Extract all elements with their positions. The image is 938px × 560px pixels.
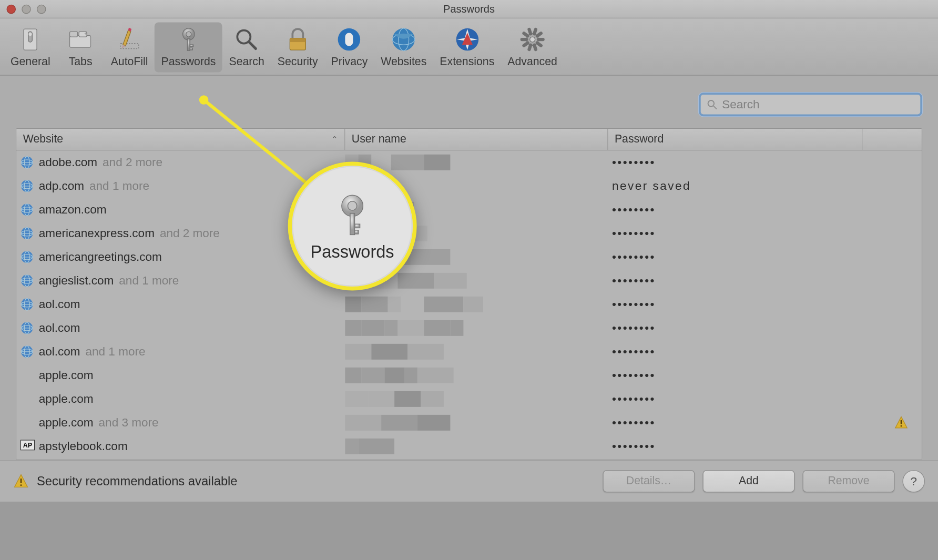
cell-password: •••••••• bbox=[608, 156, 865, 169]
tab-extensions[interactable]: Extensions bbox=[433, 23, 501, 73]
cell-username bbox=[345, 390, 608, 408]
tab-autofill[interactable]: AutoFill bbox=[104, 23, 155, 73]
tab-label: Tabs bbox=[69, 55, 93, 68]
site-name: adp.com bbox=[39, 179, 84, 193]
titlebar: Passwords bbox=[0, 0, 938, 18]
svg-line-14 bbox=[249, 42, 256, 49]
table-row[interactable]: adp.com and 1 more never saved bbox=[16, 174, 922, 198]
security-message: Security recommendations available bbox=[37, 474, 238, 488]
window-title: Passwords bbox=[0, 3, 938, 15]
globe-icon bbox=[21, 298, 34, 311]
site-name: adobe.com bbox=[39, 156, 97, 169]
details-button[interactable]: Details… bbox=[603, 470, 695, 493]
cell-website: angieslist.com and 1 more bbox=[21, 274, 345, 288]
globe-icon bbox=[21, 179, 34, 192]
extensions-icon bbox=[453, 25, 482, 54]
prefs-toolbar: General+TabsAutoFillPasswordsSearchSecur… bbox=[0, 18, 938, 76]
cell-website: adobe.com and 2 more bbox=[21, 156, 345, 169]
svg-line-34 bbox=[534, 29, 536, 34]
table-row[interactable]: apple.com and 3 more •••••••• bbox=[16, 411, 922, 434]
site-name: apple.com bbox=[39, 392, 94, 406]
table-row[interactable]: angieslist.com and 1 more •••••••• bbox=[16, 269, 922, 292]
tab-general[interactable]: General bbox=[4, 23, 57, 73]
svg-rect-11 bbox=[190, 45, 193, 47]
svg-rect-16 bbox=[290, 38, 305, 43]
table-row[interactable]: apple.com •••••••• bbox=[16, 363, 922, 387]
cell-website: amazon.com bbox=[21, 203, 345, 217]
cell-username bbox=[345, 319, 608, 337]
cell-username bbox=[345, 342, 608, 361]
cell-password: •••••••• bbox=[608, 369, 865, 382]
site-extra: and 1 more bbox=[119, 274, 179, 288]
svg-line-33 bbox=[529, 29, 531, 34]
col-username-label: User name bbox=[352, 133, 406, 146]
tab-search[interactable]: Search bbox=[222, 23, 271, 73]
tab-security[interactable]: Security bbox=[271, 23, 324, 73]
cell-username bbox=[345, 177, 608, 195]
site-name: apple.com bbox=[39, 416, 94, 430]
cell-password: •••••••• bbox=[608, 298, 865, 311]
globe-icon bbox=[21, 250, 34, 263]
table-row[interactable]: americanexpress.com and 2 more •••••••• bbox=[16, 221, 922, 245]
cell-website: aol.com and 1 more bbox=[21, 345, 345, 359]
col-website-label: Website bbox=[23, 133, 63, 146]
search-input[interactable] bbox=[722, 98, 915, 111]
table-row[interactable]: aol.com •••••••• bbox=[16, 292, 922, 316]
cell-website: aol.com bbox=[21, 298, 345, 311]
table-row[interactable]: AP apstylebook.com •••••••• bbox=[16, 434, 922, 458]
tab-advanced[interactable]: Advanced bbox=[501, 23, 564, 73]
cell-password: •••••••• bbox=[608, 321, 865, 335]
site-extra: and 1 more bbox=[89, 179, 149, 193]
col-website[interactable]: Website ⌃ bbox=[16, 129, 345, 150]
svg-rect-12 bbox=[190, 48, 192, 50]
tab-privacy[interactable]: Privacy bbox=[324, 23, 374, 73]
cell-username bbox=[345, 153, 608, 171]
col-password-label: Password bbox=[615, 133, 664, 146]
col-password[interactable]: Password bbox=[608, 129, 862, 150]
table-row[interactable]: adobe.com and 2 more •••••••• bbox=[16, 150, 922, 174]
tab-label: General bbox=[11, 55, 50, 68]
table-body[interactable]: adobe.com and 2 more •••••••• adp.com an… bbox=[16, 150, 922, 460]
tab-passwords[interactable]: Passwords bbox=[155, 23, 222, 73]
add-button[interactable]: Add bbox=[702, 470, 794, 493]
ap-icon: AP bbox=[21, 440, 35, 450]
col-username[interactable]: User name bbox=[345, 129, 608, 150]
tab-label: Extensions bbox=[440, 55, 494, 68]
globe-icon bbox=[21, 203, 34, 216]
cell-website: apple.com and 3 more bbox=[21, 416, 345, 430]
svg-rect-4 bbox=[70, 32, 78, 37]
table-row[interactable]: aol.com and 1 more •••••••• bbox=[16, 340, 922, 363]
remove-button[interactable]: Remove bbox=[802, 470, 894, 493]
tab-label: Privacy bbox=[331, 55, 368, 68]
table-row[interactable]: americangreetings.com •••••••• bbox=[16, 245, 922, 269]
site-name: aol.com bbox=[39, 321, 80, 335]
tab-websites[interactable]: Websites bbox=[374, 23, 433, 73]
globe-icon bbox=[21, 321, 34, 334]
cell-username bbox=[345, 248, 608, 266]
tab-label: Advanced bbox=[507, 55, 557, 68]
site-name: apple.com bbox=[39, 369, 94, 382]
tab-label: Passwords bbox=[161, 55, 216, 68]
footer-bar: Security recommendations available Detai… bbox=[0, 460, 938, 502]
tab-label: Security bbox=[278, 55, 318, 68]
svg-line-28 bbox=[534, 45, 536, 49]
passwords-icon bbox=[174, 25, 203, 54]
globe-icon bbox=[21, 274, 34, 287]
svg-point-2 bbox=[29, 33, 32, 36]
help-button[interactable]: ? bbox=[903, 470, 925, 493]
websites-icon bbox=[389, 25, 418, 54]
tabs-icon: + bbox=[66, 25, 95, 54]
cell-website: apple.com bbox=[21, 392, 345, 406]
svg-line-38 bbox=[713, 106, 717, 109]
cell-website: AP apstylebook.com bbox=[21, 440, 345, 453]
tab-label: Websites bbox=[381, 55, 426, 68]
tab-tabs[interactable]: +Tabs bbox=[57, 23, 104, 73]
search-field[interactable] bbox=[699, 93, 922, 116]
search-icon bbox=[706, 98, 718, 111]
cell-password: never saved bbox=[608, 179, 865, 193]
table-row[interactable]: aol.com •••••••• bbox=[16, 316, 922, 340]
site-extra: and 2 more bbox=[160, 227, 220, 240]
table-row[interactable]: amazon.com •••••••• bbox=[16, 198, 922, 221]
table-row[interactable]: apple.com •••••••• bbox=[16, 387, 922, 411]
site-extra: and 3 more bbox=[99, 416, 159, 430]
